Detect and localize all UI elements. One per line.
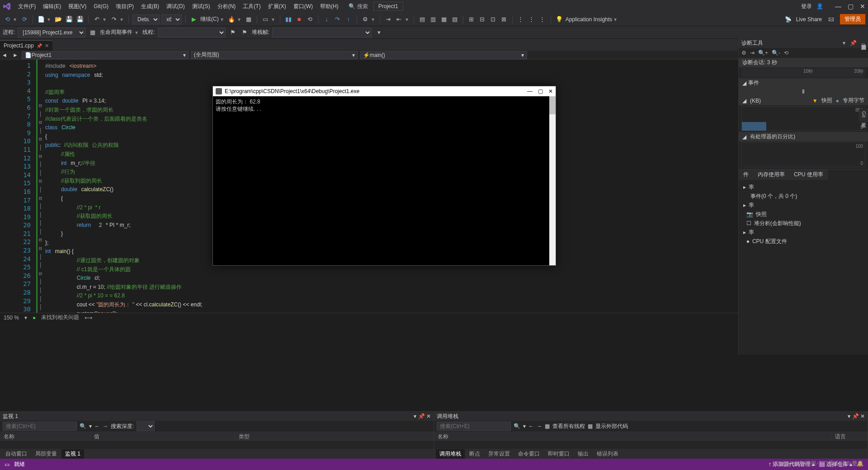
watch-col-name[interactable]: 名称: [0, 432, 90, 440]
app-insights-label[interactable]: Application Insights: [566, 16, 612, 23]
menu-item[interactable]: 帮助(H): [316, 2, 342, 11]
cs-close-icon[interactable]: ✕: [860, 413, 865, 419]
maximize-icon[interactable]: ▢: [848, 3, 854, 10]
nav-fwd-icon[interactable]: ⟳: [20, 15, 29, 24]
save-all-icon[interactable]: 💾: [75, 15, 85, 24]
console-scrollbar[interactable]: [549, 96, 556, 265]
diag-export-icon[interactable]: ⇥: [750, 50, 755, 56]
callstack-tab[interactable]: 断点: [466, 449, 484, 459]
cs-col-name[interactable]: 名称: [434, 432, 831, 440]
tab-close-icon[interactable]: ✕: [45, 43, 49, 49]
show-ext-label[interactable]: 显示外部代码: [595, 423, 628, 430]
diag-reset-icon[interactable]: ⟲: [784, 50, 788, 56]
fold-column[interactable]: ⊟│⊟│⊟│⊟││⊟│⊟││││⊟⊟││⊟││││: [36, 60, 43, 313]
process-select[interactable]: [15988] Project1.exe: [18, 28, 85, 38]
config-select[interactable]: Debug: [132, 14, 160, 24]
menu-item[interactable]: 调试(D): [163, 2, 189, 11]
opt-events[interactable]: 事件(0 个，共 0 个): [743, 192, 863, 201]
watch-menu-icon[interactable]: ▾: [414, 413, 416, 419]
project-badge[interactable]: Project1: [373, 2, 403, 11]
menu-item[interactable]: 窗口(W): [290, 2, 316, 11]
opt-snap[interactable]: 📷 快照: [743, 210, 863, 219]
arrow-left-icon[interactable]: ←: [94, 423, 100, 429]
flag1-icon[interactable]: ⚑: [228, 28, 237, 37]
panel-menu-icon[interactable]: ▾: [843, 40, 845, 46]
redo-icon[interactable]: ↷: [109, 15, 118, 24]
menu-item[interactable]: 编辑(E): [39, 2, 65, 11]
open-icon[interactable]: 📂: [54, 15, 63, 24]
menubar-search[interactable]: 🔍 搜索: [349, 3, 368, 10]
flag2-icon[interactable]: ⚑: [240, 28, 249, 37]
zoom-level[interactable]: 150 %: [4, 315, 19, 321]
diag-tab[interactable]: CPU 使用率: [789, 169, 828, 180]
menu-item[interactable]: 文件(F): [14, 2, 39, 11]
cs-search-input[interactable]: [437, 422, 511, 431]
live-share-label[interactable]: Live Share: [796, 16, 822, 23]
user-icon[interactable]: 👤: [816, 3, 823, 9]
diag-timeline[interactable]: 10秒 20秒: [741, 68, 865, 77]
diag-tab[interactable]: 件: [739, 169, 753, 180]
menu-item[interactable]: 分析(N): [214, 2, 240, 11]
layout3-icon[interactable]: ▦: [439, 15, 448, 24]
save-icon[interactable]: 💾: [65, 15, 74, 24]
watch-tab[interactable]: 监视 1: [61, 449, 84, 459]
admin-button[interactable]: 管理员: [840, 14, 865, 24]
crumb-project[interactable]: 📄 Project1▾: [22, 51, 189, 59]
sf-icon[interactable]: ▾: [374, 28, 383, 37]
restart-icon[interactable]: ⟲: [306, 15, 315, 24]
editor-tab[interactable]: Project1.cpp 📌 ✕: [0, 40, 52, 51]
callstack-tab[interactable]: 命令窗口: [514, 449, 543, 459]
diag-pause-icon[interactable]: Ⅱ: [802, 89, 805, 95]
menu-item[interactable]: 项目(P): [112, 2, 137, 11]
ext-icon[interactable]: ▦: [588, 423, 593, 429]
arrow-icon[interactable]: ⇥: [384, 15, 393, 24]
grid2-icon[interactable]: ⊟: [478, 15, 487, 24]
menu-item[interactable]: 视图(V): [65, 2, 90, 11]
feedback-icon[interactable]: 🖂: [826, 15, 835, 24]
opt-cpu[interactable]: ● CPU 配置文件: [743, 237, 863, 246]
layout2-icon[interactable]: ▥: [429, 15, 438, 24]
grid1-icon[interactable]: ⊞: [467, 15, 476, 24]
layout4-icon[interactable]: ▧: [450, 15, 459, 24]
issues-label[interactable]: 未找到相关问题: [41, 314, 79, 321]
build-icon[interactable]: ▦: [244, 15, 253, 24]
callstack-tab[interactable]: 调用堆栈: [436, 449, 465, 459]
cs-arrow-right-icon[interactable]: →: [537, 423, 542, 429]
insights-icon[interactable]: 💡: [555, 15, 564, 24]
arrow2-icon[interactable]: ⇤: [395, 15, 404, 24]
watch-tab[interactable]: 自动窗口: [2, 449, 31, 459]
continue-label[interactable]: 继续(C): [200, 15, 219, 23]
hot-reload-icon[interactable]: 🔥: [227, 15, 236, 24]
stackframe-select[interactable]: [272, 28, 372, 38]
watch-col-type[interactable]: 类型: [235, 432, 434, 440]
lifecycle-icon[interactable]: ▦: [88, 28, 97, 37]
diag-zoomin-icon[interactable]: 🔍+: [758, 50, 768, 56]
console-close-icon[interactable]: ✕: [548, 88, 553, 94]
diag-tab[interactable]: 内存使用率: [753, 169, 789, 180]
callstack-tab[interactable]: 异常设置: [485, 449, 514, 459]
diag-gear-icon[interactable]: ⚙: [741, 50, 746, 56]
menu-item[interactable]: 生成(B): [137, 2, 163, 11]
watch-pin-icon[interactable]: 📌: [418, 413, 425, 419]
cs-menu-icon[interactable]: ▾: [848, 413, 850, 419]
nav-left-icon[interactable]: ◄: [0, 52, 9, 58]
cs-srch-icon[interactable]: 🔍: [514, 423, 520, 429]
dots3-icon[interactable]: ⋮: [538, 15, 547, 24]
console-min-icon[interactable]: —: [527, 88, 533, 94]
grid4-icon[interactable]: ⊠: [500, 15, 509, 24]
arrow-right-icon[interactable]: →: [103, 423, 108, 429]
console-titlebar[interactable]: E:\program\cpp\CSDN\Project1\x64\Debug\P…: [213, 86, 556, 96]
cs-arrow-left-icon[interactable]: ←: [528, 423, 534, 429]
show-all-label[interactable]: 查看所有线程: [552, 423, 585, 430]
minimize-icon[interactable]: —: [835, 3, 841, 10]
callstack-tab[interactable]: 输出: [574, 449, 592, 459]
depth-select[interactable]: [137, 421, 155, 431]
continue-icon[interactable]: ▶: [189, 15, 198, 24]
stop-icon[interactable]: ■: [295, 15, 304, 24]
crumb-scope[interactable]: (全局范围)▾: [191, 51, 358, 59]
step-over-icon[interactable]: ↷: [333, 15, 342, 24]
menu-item[interactable]: Git(G): [90, 2, 112, 11]
watch-tab[interactable]: 局部变量: [32, 449, 61, 459]
watch-srch-icon[interactable]: 🔍: [80, 423, 86, 429]
undo-icon[interactable]: ↶: [92, 15, 101, 24]
